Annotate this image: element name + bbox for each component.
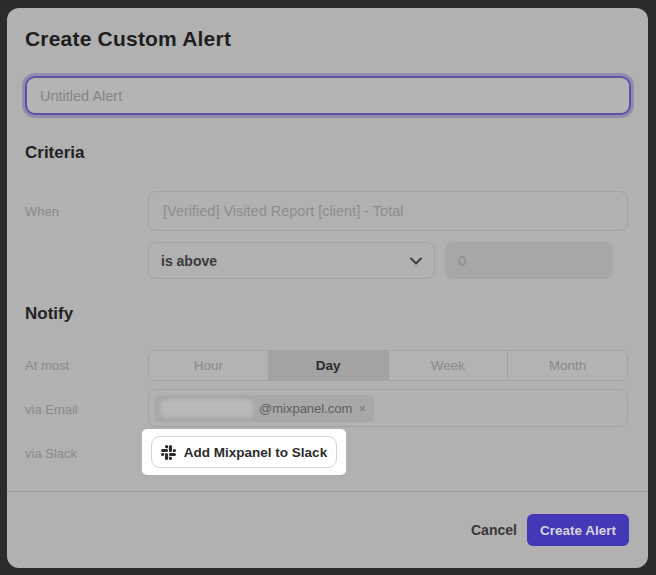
create-custom-alert-modal: Create Custom Alert Criteria When is abo… bbox=[7, 8, 648, 568]
remove-email-icon[interactable]: × bbox=[358, 402, 366, 415]
chevron-down-icon bbox=[410, 257, 422, 265]
via-slack-label: via Slack bbox=[25, 446, 77, 461]
modal-title: Create Custom Alert bbox=[25, 27, 231, 51]
metric-input[interactable] bbox=[148, 191, 628, 231]
create-alert-button[interactable]: Create Alert bbox=[527, 514, 629, 546]
comparator-value: is above bbox=[161, 253, 410, 269]
add-mixpanel-to-slack-button[interactable]: Add Mixpanel to Slack bbox=[151, 436, 337, 468]
cancel-button[interactable]: Cancel bbox=[459, 514, 529, 546]
redacted-email-username bbox=[161, 400, 253, 417]
threshold-input[interactable] bbox=[445, 242, 613, 279]
frequency-option-month[interactable]: Month bbox=[508, 351, 627, 380]
notify-heading: Notify bbox=[25, 304, 73, 324]
at-most-label: At most bbox=[25, 358, 69, 373]
slack-icon bbox=[161, 445, 176, 460]
alert-name-input[interactable] bbox=[25, 76, 631, 115]
criteria-heading: Criteria bbox=[25, 143, 85, 163]
slack-spotlight-highlight: Add Mixpanel to Slack bbox=[142, 429, 346, 475]
comparator-dropdown[interactable]: is above bbox=[148, 242, 435, 279]
when-label: When bbox=[25, 204, 59, 219]
via-email-label: via Email bbox=[25, 402, 78, 417]
frequency-option-day[interactable]: Day bbox=[269, 351, 389, 380]
footer-divider bbox=[7, 491, 648, 492]
frequency-option-hour[interactable]: Hour bbox=[149, 351, 269, 380]
slack-button-label: Add Mixpanel to Slack bbox=[184, 445, 327, 460]
email-chip: @mixpanel.com × bbox=[155, 395, 374, 422]
email-domain-text: @mixpanel.com bbox=[259, 401, 352, 416]
frequency-option-week[interactable]: Week bbox=[389, 351, 509, 380]
frequency-segmented-control: Hour Day Week Month bbox=[148, 350, 628, 381]
email-recipients-input[interactable]: @mixpanel.com × bbox=[148, 389, 628, 427]
